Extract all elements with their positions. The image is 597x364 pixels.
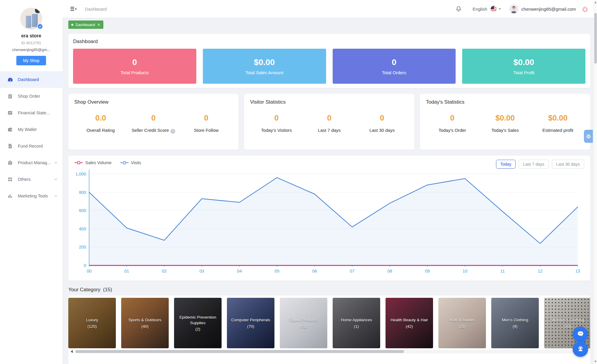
logout-icon[interactable] [582,6,588,12]
legend-item-visits[interactable]: Visits [120,160,141,165]
panel-stat-label: Estimated profit [531,128,584,133]
sidebar-item-label: Marketing Tools [18,194,54,198]
stat-value: $0.00 [254,58,275,67]
settings-gear-button[interactable] [584,130,593,143]
sidebar-item-dashboard[interactable]: Dashboard [0,71,62,88]
sidebar-item-my-wallet[interactable]: My Wallet [0,121,62,138]
svg-text:04: 04 [237,269,242,273]
category-name: Sports & Outdoors [126,317,164,323]
category-card-health-beauty-hair[interactable]: Health Beauty & Hair(42) [386,298,433,348]
scroll-down-icon[interactable] [594,361,597,363]
fund-record-icon [7,143,13,149]
sidebar-item-label: Product Manag... [18,160,54,165]
stat-card-total-sales-amount: $0.00Total Sales Amount [203,49,326,84]
category-product-count: (42) [406,324,413,329]
sidebar-item-product-manag[interactable]: Product Manag... [0,154,62,171]
menu-collapse-icon[interactable] [70,6,77,12]
svg-text:05: 05 [275,269,279,273]
sidebar-item-others[interactable]: Others [0,171,62,188]
category-card-sports-outdoors[interactable]: Sports & Outdoors(40) [121,298,169,348]
legend-item-sales-volume[interactable]: Sales Volume [74,160,112,165]
sidebar-item-financial-state[interactable]: Financial State... [0,105,62,121]
stat-label: Total Orders [382,70,406,75]
category-name: Kids & Babies [447,317,477,323]
user-avatar[interactable] [509,4,518,13]
chevron-down-icon [54,161,58,164]
us-flag-icon [490,6,497,12]
shop-order-icon [7,93,13,99]
panel-stat-label: Store Follow [180,128,233,133]
svg-text:01: 01 [124,269,129,273]
vertical-scrollbar[interactable] [593,0,597,364]
sidebar-menu: DashboardShop OrderFinancial State...My … [0,71,62,204]
panel-stat-today-s-visitors: 0Today's Visitors [250,113,303,133]
panel-stat-value: $0.00 [479,113,532,123]
chat-button[interactable] [573,327,588,342]
notification-bell-icon[interactable] [455,6,462,12]
stat-card-total-products: 0Total Products [73,49,196,84]
sales-visits-chart: 02004006008001,0000001020304050607080910… [68,156,587,281]
sidebar-item-shop-order[interactable]: Shop Order [0,88,62,105]
category-product-count: (125) [87,324,97,329]
panel-stat-overall-rating: 0.0Overall Rating [74,113,127,134]
range-button-last-30-days[interactable]: Last 30 days [552,160,584,169]
panel-title: Shop Overview [74,99,233,105]
stats-panel-row: Shop Overview0.0Overall Rating0Seller Cr… [68,94,590,150]
horizontal-scrollbar-thumb[interactable] [75,350,404,353]
scroll-left-icon[interactable] [71,350,73,353]
store-avatar[interactable] [20,8,42,30]
vertical-scrollbar-thumb[interactable] [594,13,597,64]
category-card-kids-babies[interactable]: Kids & Babies(23) [438,298,486,348]
legend-marker-icon [120,161,129,165]
chart-legend: Sales VolumeVisits [74,160,141,165]
category-name: Health Beauty & Hair [388,317,430,323]
category-card-home-appliances[interactable]: Home Appliances(1) [333,298,380,348]
panel-stat-estimated-profit: $0.00Estimated profit [531,113,584,133]
svg-text:400: 400 [79,227,86,231]
category-product-count: (53) [564,324,571,329]
sidebar-item-marketing-tools[interactable]: Marketing Tools [0,188,62,204]
tab-bar: Dashboard [62,18,597,31]
marketing-tools-icon [7,193,13,199]
category-name: Home Appliances [338,317,374,323]
category-card-epidemic-prevention-supplies[interactable]: Epidemic Prevention Supplies(2) [174,298,222,348]
range-button-today[interactable]: Today [496,160,516,169]
sidebar-item-fund-record[interactable]: Fund Record [0,138,62,154]
panel-stat-label: Today's Order [426,128,479,133]
verified-badge-icon [37,23,43,29]
store-name: era store [0,33,62,39]
range-button-last-7-days[interactable]: Last 7 days [519,160,549,169]
language-flag-dropdown[interactable] [490,6,501,12]
scroll-up-icon[interactable] [594,1,597,3]
language-label[interactable]: English [473,7,487,12]
stat-value: 0 [132,58,137,67]
category-product-count: (2) [195,327,200,331]
panel-stat-label: Overall Rating [74,128,127,133]
headset-agent-icon [577,345,585,354]
category-card-luxury[interactable]: Luxury(125) [68,298,116,348]
panel-stat-label: Seller Credit Score? [127,128,180,134]
my-shop-button[interactable]: My Shop [16,56,46,65]
svg-text:13: 13 [575,269,580,273]
category-card-computer-peripherals[interactable]: Computer Peripherals(70) [227,298,274,348]
stat-label: Total Products [121,70,149,75]
panel-stat-today-s-sales: $0.00Today's Sales [479,113,532,133]
tab-close-icon[interactable] [97,23,100,26]
user-email[interactable]: chenwenjing85@gmail.com [521,7,576,12]
tab-dashboard[interactable]: Dashboard [68,20,103,29]
others-icon [7,176,13,182]
category-card-men-s-clothing[interactable]: Men's Clothing(9) [491,298,539,348]
svg-text:08: 08 [387,269,392,273]
overview-title: Dashboard [73,39,585,45]
help-icon[interactable]: ? [170,129,175,134]
category-card-digital-products[interactable]: Digital Products(51) [280,298,327,348]
horizontal-scrollbar[interactable] [75,350,588,353]
tab-active-dot [71,24,73,26]
chat-bubble-icon [577,330,585,339]
page-title: Dashboard [85,7,107,12]
category-card-container: Luxury(125)Sports & Outdoors(40)Epidemic… [68,295,590,364]
sidebar: era store ID 4012791 chenwenjing85@gm...… [0,0,62,364]
panel-stat-value: 0 [127,113,180,123]
category-name: Men's Clothing [500,317,531,323]
support-button[interactable] [573,341,588,357]
